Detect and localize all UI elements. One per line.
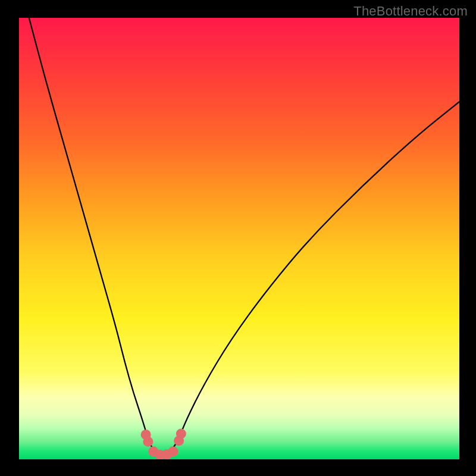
bottleneck-curve xyxy=(19,18,459,459)
chart-frame: TheBottleneck.com xyxy=(0,0,476,476)
marker-dot xyxy=(168,446,178,456)
watermark-text: TheBottleneck.com xyxy=(353,4,468,19)
marker-dot xyxy=(143,437,153,447)
plot-area xyxy=(19,18,459,459)
curve-path xyxy=(28,18,459,456)
optimal-region-markers xyxy=(141,428,186,459)
marker-dot xyxy=(176,428,186,439)
